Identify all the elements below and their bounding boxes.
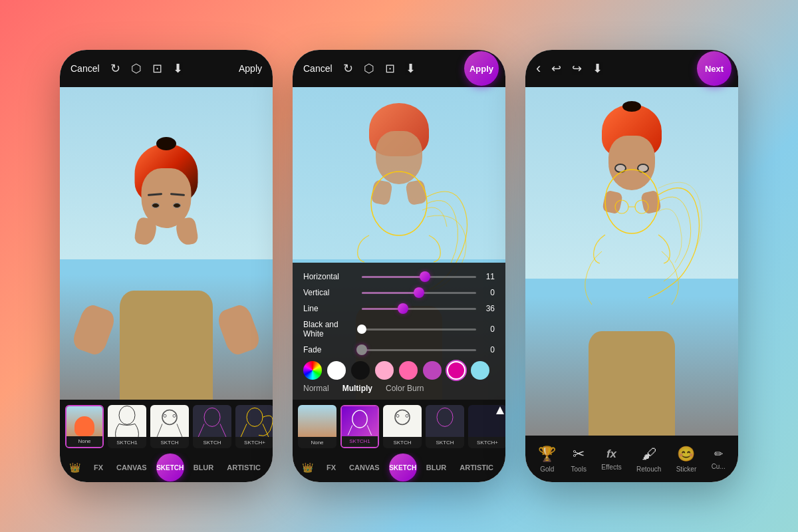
cancel-button[interactable]: Cancel	[70, 63, 100, 74]
redo-icon[interactable]: ↻	[110, 61, 120, 76]
adj-line-slider[interactable]	[362, 308, 476, 310]
phone2-crop-icon[interactable]: ⊡	[385, 61, 395, 76]
p2-cat-blur[interactable]: BLUR	[420, 453, 454, 482]
cat-r[interactable]: 👑	[63, 453, 87, 482]
phone2-redo-icon[interactable]: ↻	[343, 61, 353, 76]
p2-cat-ma[interactable]: MA	[500, 453, 505, 482]
cat-blur[interactable]: BLUR	[187, 453, 221, 482]
eraser-icon[interactable]: ⬡	[131, 61, 142, 76]
arm-left	[70, 302, 117, 357]
tool-tools[interactable]: ✂ Tools	[571, 446, 587, 473]
phone2-eraser-icon[interactable]: ⬡	[364, 61, 374, 76]
download-icon[interactable]: ⬇	[173, 61, 183, 76]
cat-fx[interactable]: FX	[87, 453, 110, 482]
swatch-black[interactable]	[351, 361, 370, 380]
p2-thumb-sktch2[interactable]: SKTCH	[383, 405, 422, 448]
swatch-cyan[interactable]	[471, 361, 489, 380]
swatch-pink[interactable]	[399, 361, 418, 380]
phone2-cat-bar: 👑 FX CANVAS SKETCH BLUR ARTISTIC MA	[293, 453, 505, 482]
p2-thumb-none[interactable]: None	[298, 405, 336, 448]
phone3-photo	[525, 87, 738, 436]
blend-colorburn[interactable]: Color Burn	[386, 384, 424, 393]
tool-effects[interactable]: fx Effects	[601, 448, 621, 471]
adj-vertical-slider[interactable]	[362, 292, 476, 294]
cat-canvas[interactable]: CANVAS	[110, 453, 154, 482]
next-button-circle[interactable]: Next	[697, 51, 732, 86]
color-swatch-row	[303, 361, 495, 380]
p2-cat-sketch-active[interactable]: SKETCH	[389, 454, 417, 481]
swatch-purple[interactable]	[423, 361, 442, 380]
thumb-sktch1[interactable]: SKTCH1	[108, 405, 146, 448]
p2-thumb-sktch3-label: SKTCH	[426, 437, 464, 448]
phone3-tools-bar: 🏆 Gold ✂ Tools fx Effects 🖌 Retouch 😊 St…	[525, 436, 738, 482]
p2-thumb-none-label: None	[298, 437, 336, 448]
p2-cat-fx[interactable]: FX	[320, 453, 342, 482]
thumb-sktch2[interactable]: SKTCH	[150, 405, 189, 448]
adj-horizontal-thumb[interactable]	[420, 271, 430, 282]
swatch-rainbow[interactable]	[303, 361, 322, 380]
p2-thumb-sktch1[interactable]: SKTCH1	[340, 405, 379, 448]
blend-normal[interactable]: Normal	[303, 384, 329, 393]
adj-fade-thumb[interactable]	[356, 344, 367, 355]
swatch-pink-light[interactable]	[375, 361, 394, 380]
phone3-redo-icon[interactable]: ↪	[572, 61, 582, 76]
tool-sticker[interactable]: 😊 Sticker	[676, 446, 697, 473]
thumb-sktch4-svg	[235, 405, 273, 438]
tool-gold[interactable]: 🏆 Gold	[538, 446, 556, 473]
p2-thumb-sktch2-img	[383, 405, 422, 438]
adj-fade-slider[interactable]	[362, 349, 476, 351]
p2-cat-artistic[interactable]: ARTISTIC	[453, 453, 500, 482]
phone2-cancel-button[interactable]: Cancel	[303, 63, 332, 74]
cat-ma[interactable]: MA	[267, 453, 273, 482]
adj-line-thumb[interactable]	[398, 303, 408, 314]
thumb-sktch2-svg	[150, 405, 189, 438]
phone3-download-icon[interactable]: ⬇	[593, 61, 602, 76]
thumb-sktch1-img	[108, 405, 146, 438]
p3-sketch-svg	[525, 87, 738, 436]
p2-cat-canvas[interactable]: CANVAS	[342, 453, 386, 482]
svg-point-21	[615, 200, 628, 213]
adj-horizontal-value: 11	[481, 272, 495, 281]
swatch-white[interactable]	[327, 361, 346, 380]
phone1-top-left: Cancel ↻ ⬡ ⊡ ⬇	[70, 61, 183, 76]
tool-cut[interactable]: ✏ Cu...	[712, 448, 726, 470]
cat-artistic[interactable]: ARTISTIC	[220, 453, 267, 482]
thumb-sktch3[interactable]: SKTCH	[193, 405, 231, 448]
svg-point-17	[396, 414, 399, 417]
adj-bw-thumb[interactable]	[357, 325, 366, 334]
dark-hair	[156, 137, 176, 150]
svg-point-22	[635, 200, 648, 213]
back-icon[interactable]: ‹	[536, 60, 541, 77]
adj-vertical-thumb[interactable]	[414, 287, 424, 298]
eye-left	[152, 203, 160, 208]
p2-thumb-sktch1-img	[342, 406, 378, 437]
phone1-photo	[60, 87, 273, 400]
svg-line-7	[198, 424, 204, 437]
apply-button-circle[interactable]: Apply	[464, 51, 499, 86]
blend-mode-row: Normal Multiply Color Burn	[303, 384, 495, 393]
adj-vertical-track	[362, 292, 419, 294]
thumb-none[interactable]: None	[65, 405, 104, 448]
p2-cat-r[interactable]: 👑	[295, 453, 320, 482]
blend-multiply[interactable]: Multiply	[342, 384, 372, 393]
thumb-sktch3-svg	[193, 405, 231, 438]
apply-button[interactable]: Apply	[239, 63, 262, 74]
svg-line-3	[177, 424, 182, 437]
adj-bw-slider[interactable]	[362, 329, 476, 331]
adj-horizontal-track	[362, 276, 425, 278]
retouch-icon: 🖌	[642, 446, 656, 463]
crop-icon[interactable]: ⊡	[152, 61, 162, 76]
p2-thumb-none-img	[298, 405, 336, 438]
phone2-download-icon[interactable]: ⬇	[406, 61, 416, 76]
gold-icon: 🏆	[538, 446, 556, 463]
swatch-magenta[interactable]	[447, 361, 466, 380]
p2-thumb-sktch4-img	[468, 405, 505, 438]
p2-thumb-sktch3[interactable]: SKTCH	[426, 405, 464, 448]
tool-retouch[interactable]: 🖌 Retouch	[636, 446, 661, 473]
phone3-undo-icon[interactable]: ↩	[551, 61, 561, 76]
cat-sketch-active[interactable]: SKETCH	[156, 454, 184, 481]
adj-fade-row: Fade 0	[303, 345, 495, 354]
adj-horizontal-slider[interactable]	[362, 276, 476, 278]
p2-thumb-sktch4[interactable]: SKTCH+	[468, 405, 505, 448]
thumb-sktch4[interactable]: SKTCH+	[235, 405, 273, 448]
